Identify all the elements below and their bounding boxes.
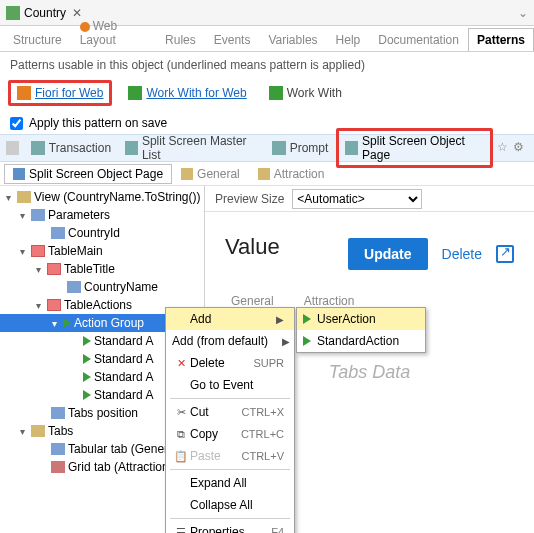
preview-header: Preview Size <Automatic> [205,186,534,212]
tree-table-main[interactable]: ▾TableMain [0,242,204,260]
highlight-split-object: Split Screen Object Page [336,128,492,168]
attr-icon [51,227,65,239]
flag-icon [83,336,91,346]
table-icon [47,299,61,311]
main-tab-strip: Structure Web Layout Rules Events Variab… [0,26,534,52]
submenu-standard-action[interactable]: StandardAction [297,330,425,352]
patterns-hint: Patterns usable in this object (underlin… [0,52,534,78]
tree-country-name[interactable]: CountryName [0,278,204,296]
ww-icon [269,86,283,100]
delete-link[interactable]: Delete [442,246,482,262]
page-icon [13,168,25,180]
tab-events[interactable]: Events [205,28,260,51]
apply-pattern-checkbox[interactable] [10,117,23,130]
attr-icon [67,281,81,293]
pattern-work-with[interactable]: Work With [263,83,348,103]
cut-icon: ✂ [172,405,190,419]
split-master-icon [125,141,138,155]
tab-icon [51,443,65,455]
params-icon [31,209,45,221]
toolbar-split-master[interactable]: Split Screen Master List [119,131,264,165]
fiori-icon [17,86,31,100]
flag-icon [303,314,311,324]
menu-separator [170,398,290,399]
highlight-fiori: Fiori for Web [8,80,112,106]
attr-icon [51,407,65,419]
menu-collapse-all[interactable]: Collapse All [166,494,294,516]
patterns-row: Fiori for Web Work With for Web Work Wit… [0,78,534,112]
submenu-user-action[interactable]: UserAction [297,308,425,330]
new-icon[interactable]: ☆ [497,140,512,156]
toolbar-transaction[interactable]: Transaction [25,138,117,158]
folder-icon [31,425,45,437]
toolbar-icon[interactable] [6,141,19,155]
menu-delete[interactable]: ✕DeleteSUPR [166,352,294,374]
gear-icon[interactable]: ⚙ [513,140,528,156]
flag-icon [83,372,91,382]
tab-help[interactable]: Help [327,28,370,51]
menu-goto-event[interactable]: Go to Event [166,374,294,396]
flag-icon [303,336,311,346]
table-icon [47,263,61,275]
copy-icon: ⧉ [172,427,190,441]
pattern-work-with-for-web[interactable]: Work With for Web [122,83,252,103]
menu-separator [170,518,290,519]
apply-pattern-label: Apply this pattern on save [29,116,167,130]
tab-structure[interactable]: Structure [4,28,71,51]
tab-patterns[interactable]: Patterns [468,28,534,51]
folder-icon [258,168,270,180]
delete-icon: ✕ [172,356,190,370]
tab-icon [51,461,65,473]
prompt-icon [272,141,286,155]
subtab-attraction[interactable]: Attraction [249,164,334,184]
tree-parameters[interactable]: ▾Parameters [0,206,204,224]
preview-size-label: Preview Size [215,192,284,206]
split-object-icon [345,141,358,155]
properties-icon: ☰ [172,525,190,533]
object-icon [6,6,20,20]
paste-icon: 📋 [172,449,190,463]
tab-web-layout[interactable]: Web Layout [71,14,156,51]
object-title: Country [24,6,66,20]
tree-view[interactable]: ▾View (CountryName.ToString()) [0,188,204,206]
preview-actions: Update Delete [348,238,514,270]
ww-web-icon [128,86,142,100]
transaction-icon [31,141,45,155]
subtab-general[interactable]: General [172,164,249,184]
view-icon [17,191,31,203]
pattern-fiori-for-web[interactable]: Fiori for Web [11,83,109,103]
tab-rules[interactable]: Rules [156,28,205,51]
menu-add[interactable]: Add▶ [166,308,294,330]
menu-cut[interactable]: ✂CutCTRL+X [166,401,294,423]
preview-size-select[interactable]: <Automatic> [292,189,422,209]
tab-documentation[interactable]: Documentation [369,28,468,51]
flag-icon [83,390,91,400]
tab-variables[interactable]: Variables [259,28,326,51]
folder-icon [181,168,193,180]
subtab-split-object-page[interactable]: Split Screen Object Page [4,164,172,184]
menu-separator [170,469,290,470]
toolbar-prompt[interactable]: Prompt [266,138,335,158]
chevron-down-icon[interactable]: ⌄ [518,6,528,20]
preview-value-label: Value [225,234,280,260]
menu-properties[interactable]: ☰PropertiesF4 [166,521,294,533]
toolbar-split-object[interactable]: Split Screen Object Page [339,131,489,165]
tree-table-title[interactable]: ▾TableTitle [0,260,204,278]
menu-add-default[interactable]: Add (from default)▶ [166,330,294,352]
pattern-toolbar: Transaction Split Screen Master List Pro… [0,134,534,162]
context-menu: Add▶ Add (from default)▶ ✕DeleteSUPR Go … [165,307,295,533]
flag-icon [83,354,91,364]
menu-copy[interactable]: ⧉CopyCTRL+C [166,423,294,445]
menu-paste: 📋PasteCTRL+V [166,445,294,467]
tree-country-id[interactable]: CountryId [0,224,204,242]
flag-icon [63,318,71,328]
table-icon [31,245,45,257]
share-icon[interactable] [496,245,514,263]
menu-expand-all[interactable]: Expand All [166,472,294,494]
update-button[interactable]: Update [348,238,427,270]
dot-icon [80,22,90,32]
add-submenu: UserAction StandardAction [296,307,426,353]
